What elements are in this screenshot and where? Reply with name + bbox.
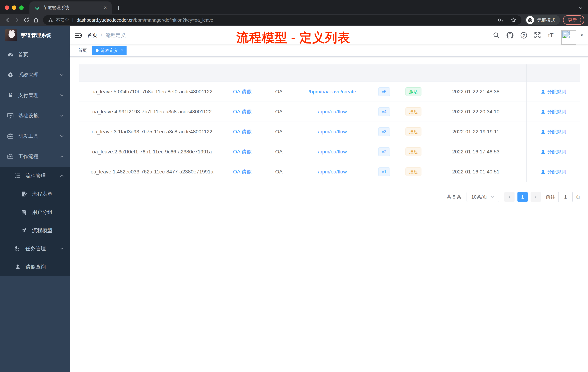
password-key-icon[interactable] [498,18,505,22]
actions-cell: 分配规则 [526,102,580,122]
status-badge: 挂起 [405,167,421,176]
next-page-button[interactable] [531,192,541,202]
breadcrumb-home[interactable]: 首页 [87,32,97,39]
address-bar[interactable]: 不安全 | dashboard.yudao.iocoder.cn/bpm/man… [43,15,521,25]
incognito-icon [526,16,534,24]
assign-rule-button[interactable]: 分配规则 [541,129,566,135]
definition-name-link[interactable]: OA 请假 [233,168,252,175]
definition-name-cell: OA 请假 [225,102,260,122]
assign-rule-button[interactable]: 分配规则 [541,169,566,175]
assign-rule-button[interactable]: 分配规则 [541,149,566,155]
url-domain: dashboard.yudao.iocoder.cn [76,17,134,22]
reload-button[interactable] [22,15,31,25]
back-button[interactable] [3,15,12,25]
tag-item[interactable]: 首页 [75,46,90,55]
sidebar-submenu-item[interactable]: 任务管理 [0,240,70,258]
form-info-link[interactable]: /bpm/oa/flow [318,149,347,155]
table-header-cell [425,65,526,82]
sidebar-menu-item[interactable]: 工作流程 [0,146,70,167]
sidebar-item-label: 请假查询 [25,263,46,270]
version-badge: v2 [378,147,390,156]
browser-toolbar: 不安全 | dashboard.yudao.iocoder.cn/bpm/man… [0,14,588,26]
process-version-cell: v4 [367,102,401,122]
tab-search-chevron-icon[interactable] [578,6,583,10]
definition-name-link[interactable]: OA 请假 [233,148,252,155]
tag-label: 首页 [78,47,87,53]
process-version-cell: v2 [367,142,401,162]
process-version-cell: v3 [367,122,401,142]
chevron-down-icon [60,114,64,118]
sidebar-item-label: 用户分组 [32,209,52,216]
window-fullscreen-button[interactable] [19,5,24,10]
forward-button[interactable] [12,15,22,25]
sidebar-submenu-item[interactable]: 流程管理 [0,167,70,185]
sidebar-collapse-button[interactable] [70,26,87,44]
form-info-link[interactable]: /bpm/oa/leave/create [309,89,356,95]
window-close-button[interactable] [5,5,9,10]
help-icon[interactable]: ? [520,32,527,39]
tag-item[interactable]: 流程定义 × [92,46,126,55]
sidebar-submenu-item[interactable]: 用户分组 [0,203,70,221]
actions-cell: 分配规则 [526,162,580,182]
current-page-button[interactable]: 1 [517,192,528,202]
home-button[interactable] [31,15,41,25]
definition-name-link[interactable]: OA 请假 [233,88,252,95]
table-header-row [79,65,580,82]
user-avatar-menu[interactable]: ▼ [561,25,584,45]
status-cell: 挂起 [401,162,425,182]
breadcrumb-current: 流程定义 [105,32,126,39]
window-minimize-button[interactable] [12,5,16,10]
form-info-link[interactable]: /bpm/oa/flow [318,129,347,135]
status-badge: 挂起 [405,127,421,136]
browser-update-menu-button[interactable]: 更新 [563,15,584,25]
sidebar-menu-item[interactable]: ¥ 支付管理 [0,85,70,106]
goto-suffix-label: 页 [576,194,580,200]
sidebar-submenu-item[interactable]: 流程表单 [0,185,70,203]
table-header-cell [260,65,298,82]
sidebar-menu-item[interactable]: 系统管理 [0,65,70,85]
search-icon[interactable] [493,32,500,39]
sidebar-item-label: 研发工具 [18,133,39,140]
github-icon[interactable] [506,32,514,39]
sidebar-menu-item[interactable]: 首页 [0,44,70,65]
tag-close-icon[interactable]: × [121,48,123,53]
assign-rule-label: 分配规则 [547,149,566,155]
browser-tab[interactable]: 芋道管理系统 × [30,1,112,14]
font-size-icon[interactable]: TT [548,32,554,39]
sidebar-submenu-item[interactable]: 流程模型 [0,221,70,240]
definition-name-link[interactable]: OA 请假 [233,108,252,115]
actions-cell: 分配规则 [526,122,580,142]
not-secure-warning-icon [48,18,53,22]
app-title: 芋道管理系统 [21,32,51,39]
sidebar-item-label: 首页 [18,51,28,58]
form-info-cell: /bpm/oa/flow [298,162,367,182]
sidebar-menu-item[interactable]: 基础设施 [0,106,70,126]
assign-rule-button[interactable]: 分配规则 [541,109,566,115]
sidebar-item-label: 系统管理 [18,72,39,78]
assign-rule-button[interactable]: 分配规则 [541,89,566,95]
prev-page-button[interactable] [504,192,514,202]
fullscreen-icon[interactable] [534,32,541,39]
table-row: oa_leave:3:1fad3d93-7b75-11ec-a3c8-acde4… [79,122,580,142]
definition-name-cell: OA 请假 [225,122,260,142]
tab-close-icon[interactable]: × [103,5,108,10]
form-info-link[interactable]: /bpm/oa/flow [318,109,347,115]
goto-page-input[interactable] [558,192,573,202]
sidebar-menu-item[interactable]: 研发工具 [0,126,70,146]
sidebar: 芋道管理系统 首页 系统管理 ¥ 支付管理 [0,26,70,372]
app-logo[interactable]: 芋道管理系统 [0,26,70,44]
sidebar-item-label: 流程管理 [25,172,46,179]
form-info-link[interactable]: /bpm/oa/flow [318,169,347,175]
person-icon [541,129,546,134]
person-icon [541,149,546,154]
sidebar-main-menu: 首页 系统管理 ¥ 支付管理 基础设施 [0,44,70,167]
page-size-value: 10条/页 [471,194,487,200]
definition-name-link[interactable]: OA 请假 [233,128,252,135]
status-badge: 激活 [405,87,421,96]
status-cell: 激活 [401,82,425,102]
page-size-select[interactable]: 10条/页 [467,192,499,202]
sidebar-submenu-item[interactable]: 请假查询 [0,258,70,276]
new-tab-button[interactable]: + [116,4,121,12]
definition-name-cell: OA 请假 [225,162,260,182]
bookmark-star-icon[interactable] [510,17,516,23]
